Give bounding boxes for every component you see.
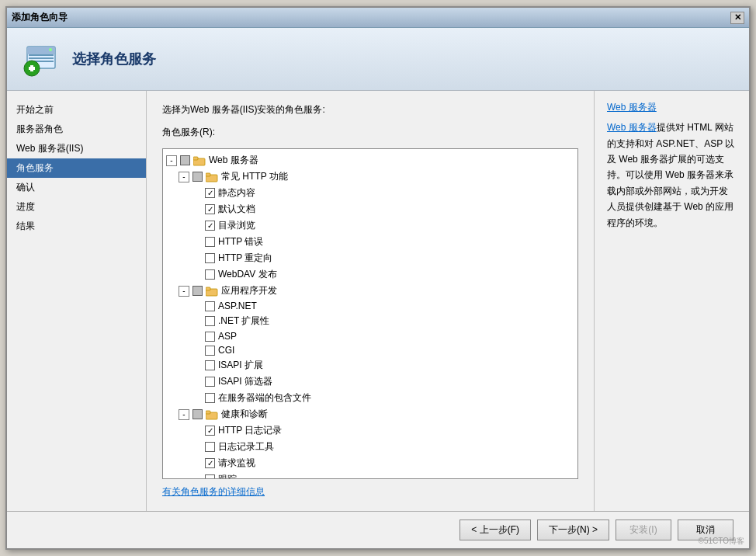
folder-icon-health-diag	[206, 409, 218, 420]
placeholder17	[191, 474, 202, 480]
next-button[interactable]: 下一步(N) >	[537, 520, 609, 540]
tree-item-http-log[interactable]: HTTP 日志记录	[166, 422, 574, 439]
checkbox-http-redirect[interactable]	[205, 253, 215, 263]
placeholder15	[191, 442, 202, 453]
tree-item-webdav[interactable]: WebDAV 发布	[166, 266, 574, 283]
label-http-redirect: HTTP 重定向	[218, 252, 272, 265]
main-content: 选择为Web 服务器(IIS)安装的角色服务: 角色服务(R): - Web 服…	[147, 91, 594, 511]
placeholder2	[191, 204, 202, 215]
sidebar-item-start[interactable]: 开始之前	[7, 100, 146, 120]
checkbox-web-server[interactable]	[180, 155, 190, 165]
checkbox-req-monitor[interactable]	[205, 458, 215, 468]
main-layout: 开始之前 服务器角色 Web 服务器(IIS) 角色服务 确认 进度 结果 选择…	[7, 91, 749, 511]
tree-item-static-content[interactable]: 静态内容	[166, 185, 574, 201]
tree-item-dir-browse[interactable]: 目录浏览	[166, 217, 574, 234]
label-net-ext: .NET 扩展性	[218, 314, 269, 328]
sidebar-item-confirm[interactable]: 确认	[7, 178, 146, 197]
tree-item-http-common[interactable]: - 常见 HTTP 功能	[166, 169, 574, 185]
placeholder9	[191, 331, 202, 342]
checkbox-http-log[interactable]	[205, 426, 215, 436]
tree-item-default-doc[interactable]: 默认文档	[166, 201, 574, 217]
placeholder6	[191, 269, 202, 280]
checkbox-dir-browse[interactable]	[205, 221, 215, 231]
tree-item-net-ext[interactable]: .NET 扩展性	[166, 313, 574, 329]
install-button[interactable]: 安装(I)	[616, 520, 671, 540]
watermark-text: ©51CTO博客	[699, 536, 744, 547]
sidebar-item-result[interactable]: 结果	[7, 217, 146, 236]
desc-link[interactable]: Web 服务器	[607, 122, 657, 133]
header-title: 选择角色服务	[72, 50, 156, 68]
instruction-text1: 选择为Web 服务器(IIS)安装的角色服务:	[162, 103, 578, 116]
svg-rect-8	[29, 67, 35, 70]
bottom-bar: < 上一步(F) 下一步(N) > 安装(I) 取消	[7, 511, 749, 548]
placeholder8	[191, 316, 202, 327]
description-title[interactable]: Web 服务器	[607, 100, 737, 115]
label-http-error: HTTP 错误	[218, 235, 263, 248]
expand-web-server[interactable]: -	[166, 155, 177, 166]
tree-item-req-monitor[interactable]: 请求监视	[166, 455, 574, 471]
checkbox-asp[interactable]	[205, 332, 215, 342]
placeholder10	[191, 345, 202, 356]
checkbox-trace[interactable]	[205, 474, 215, 479]
checkbox-http-error[interactable]	[205, 237, 215, 247]
label-webdav: WebDAV 发布	[218, 268, 277, 281]
label-isapi-filter: ISAPI 筛选器	[218, 375, 272, 388]
checkbox-http-common[interactable]	[192, 172, 203, 182]
label-req-monitor: 请求监视	[218, 457, 255, 470]
tree-item-cgi[interactable]: CGI	[166, 343, 574, 357]
checkbox-health-diag[interactable]	[192, 409, 203, 419]
role-service-link[interactable]: 有关角色服务的详细信息	[162, 485, 578, 499]
expand-health-diag[interactable]: -	[179, 409, 189, 420]
sidebar: 开始之前 服务器角色 Web 服务器(IIS) 角色服务 确认 进度 结果	[7, 91, 147, 511]
tree-item-asp[interactable]: ASP	[166, 329, 574, 343]
checkbox-ssi[interactable]	[205, 393, 215, 403]
tree-item-http-redirect[interactable]: HTTP 重定向	[166, 250, 574, 266]
tree-item-health-diag[interactable]: - 健康和诊断	[166, 406, 574, 422]
svg-rect-16	[206, 411, 210, 414]
label-trace: 跟踪	[218, 473, 237, 479]
link-text[interactable]: 有关角色服务的详细信息	[162, 486, 265, 497]
tree-item-app-dev[interactable]: - 应用程序开发	[166, 283, 574, 299]
back-button[interactable]: < 上一步(F)	[459, 520, 531, 540]
checkbox-asp-net[interactable]	[205, 301, 215, 311]
checkbox-log-tools[interactable]	[205, 442, 215, 452]
placeholder16	[191, 458, 202, 469]
expand-app-dev[interactable]: -	[179, 286, 189, 297]
checkbox-static-content[interactable]	[205, 188, 215, 198]
checkbox-default-doc[interactable]	[205, 204, 215, 214]
sidebar-item-web-server[interactable]: Web 服务器(IIS)	[7, 139, 146, 158]
label-asp-net: ASP.NET	[218, 301, 257, 311]
checkbox-isapi-filter[interactable]	[205, 377, 215, 387]
tree-item-asp-net[interactable]: ASP.NET	[166, 299, 574, 313]
placeholder5	[191, 253, 202, 264]
tree-item-http-error[interactable]: HTTP 错误	[166, 234, 574, 250]
role-service-tree[interactable]: - Web 服务器 -	[162, 148, 578, 479]
tree-item-isapi-ext[interactable]: ISAPI 扩展	[166, 357, 574, 374]
window-title: 添加角色向导	[12, 11, 68, 24]
checkbox-app-dev[interactable]	[192, 286, 203, 296]
label-log-tools: 日志记录工具	[218, 440, 274, 453]
tree-item-isapi-filter[interactable]: ISAPI 筛选器	[166, 374, 574, 390]
tree-item-ssi[interactable]: 在服务器端的包含文件	[166, 390, 574, 406]
expand-http-common[interactable]: -	[179, 172, 189, 182]
tree-item-log-tools[interactable]: 日志记录工具	[166, 439, 574, 455]
label-asp: ASP	[218, 331, 237, 342]
placeholder7	[191, 301, 202, 311]
checkbox-net-ext[interactable]	[205, 316, 215, 326]
checkbox-webdav[interactable]	[205, 269, 215, 280]
placeholder14	[191, 426, 202, 436]
header-bar: 选择角色服务	[7, 28, 749, 91]
label-cgi: CGI	[218, 345, 234, 356]
sidebar-item-role-service[interactable]: 角色服务	[7, 158, 146, 178]
title-bar: 添加角色向导 ✕	[7, 8, 749, 28]
header-icon	[23, 40, 60, 78]
checkbox-isapi-ext[interactable]	[205, 360, 215, 370]
sidebar-item-progress[interactable]: 进度	[7, 197, 146, 217]
checkbox-cgi[interactable]	[205, 346, 215, 356]
tree-item-trace[interactable]: 跟踪	[166, 471, 574, 479]
main-window: 添加角色向导 ✕ 选择角	[5, 6, 751, 550]
tree-item-web-server-root[interactable]: - Web 服务器	[166, 152, 574, 169]
close-button[interactable]: ✕	[730, 12, 744, 24]
label-isapi-ext: ISAPI 扩展	[218, 359, 263, 372]
sidebar-item-server-role[interactable]: 服务器角色	[7, 120, 146, 139]
